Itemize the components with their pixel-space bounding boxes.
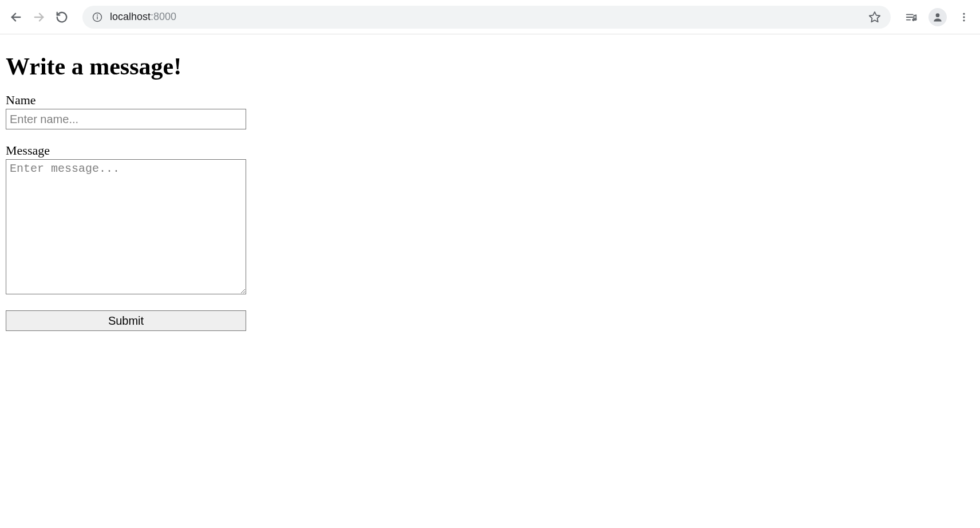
forward-button[interactable] [32, 10, 46, 24]
submit-group: Submit [6, 310, 974, 331]
nav-buttons [9, 10, 69, 24]
url-host: localhost [110, 11, 151, 22]
toolbar-right [904, 8, 971, 26]
browser-toolbar: localhost:8000 [0, 0, 980, 34]
submit-button[interactable]: Submit [6, 310, 246, 331]
media-control-icon[interactable] [904, 10, 918, 24]
name-field-group: Name [6, 93, 974, 129]
bookmark-star-icon[interactable] [868, 10, 882, 24]
svg-point-11 [936, 13, 940, 17]
svg-point-14 [963, 19, 965, 21]
svg-point-9 [912, 19, 914, 21]
menu-icon[interactable] [957, 10, 971, 24]
message-input[interactable] [6, 159, 246, 294]
url-text: localhost:8000 [110, 11, 176, 23]
profile-avatar[interactable] [928, 8, 947, 26]
name-label: Name [6, 93, 974, 108]
message-field-group: Message [6, 143, 974, 297]
svg-point-12 [963, 13, 965, 14]
address-bar[interactable]: localhost:8000 [82, 6, 891, 29]
back-button[interactable] [9, 10, 23, 24]
site-info-icon[interactable] [92, 11, 103, 23]
page-content: Write a message! Name Message Submit [0, 34, 980, 350]
reload-button[interactable] [55, 10, 69, 24]
name-input[interactable] [6, 109, 246, 129]
page-heading: Write a message! [6, 53, 974, 80]
svg-point-4 [97, 14, 98, 15]
svg-marker-5 [870, 11, 880, 21]
message-label: Message [6, 143, 974, 158]
url-port: :8000 [151, 11, 176, 22]
svg-point-13 [963, 16, 965, 18]
